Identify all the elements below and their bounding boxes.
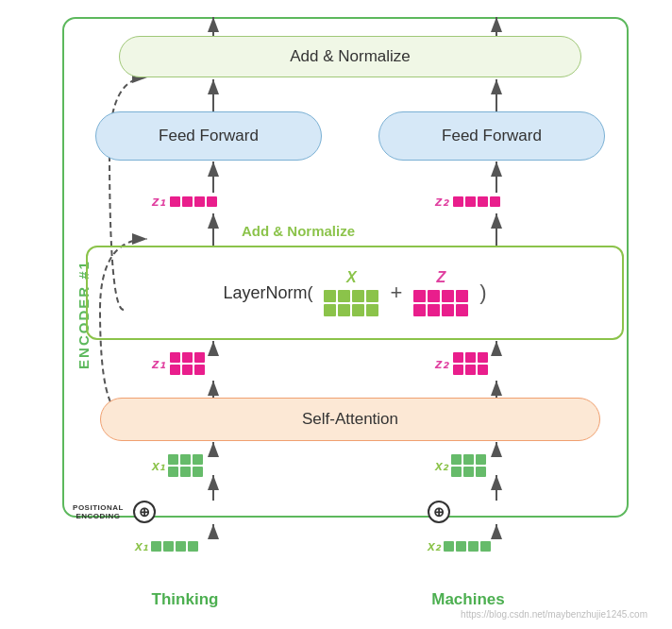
cell [465, 196, 476, 207]
x2-sa-row1 [451, 454, 486, 465]
cell [468, 541, 479, 552]
cell [451, 454, 462, 465]
cell [180, 454, 191, 465]
z2-pink-grid [453, 196, 500, 207]
cell [338, 304, 350, 316]
z1-input-grid [170, 352, 205, 375]
cell [428, 290, 440, 302]
x2-bottom-label: x₂ [428, 538, 441, 553]
x1-bottom-area: x₁ [135, 538, 198, 553]
z1-in-row1 [170, 352, 205, 363]
cell [413, 290, 426, 302]
cell [453, 352, 463, 363]
x1-sa-row2 [168, 467, 203, 477]
x1-sa-row1 [168, 454, 203, 465]
x-label: X [346, 269, 357, 286]
x1-bottom-label: x₁ [135, 538, 148, 553]
x2-bottom-grid [444, 541, 491, 552]
cell [193, 454, 203, 465]
cell [182, 196, 193, 207]
x2-bottom-area: x₂ [428, 538, 491, 553]
cell [456, 290, 468, 302]
cell [194, 352, 205, 363]
add-normalize-outer: Add & Normalize [119, 36, 581, 77]
cell [442, 304, 454, 316]
x-grid [324, 290, 378, 316]
feed-forward-left-label: Feed Forward [159, 127, 259, 145]
cell [465, 365, 476, 375]
cell [366, 290, 378, 302]
z1-pink-grid [170, 196, 217, 207]
cell [463, 467, 474, 477]
cell [456, 541, 466, 552]
cell [324, 304, 336, 316]
cell [151, 541, 161, 552]
layer-norm-text: LayerNorm( [223, 283, 312, 303]
cell [194, 196, 205, 207]
pos-enc-circle-left: ⊕ [133, 501, 156, 523]
z2-row1 [453, 196, 500, 207]
x2-sa-grid [451, 454, 486, 477]
cell [207, 196, 217, 207]
x2-sa-label: x₂ [435, 458, 448, 473]
add-normalize-outer-label: Add & Normalize [290, 47, 411, 66]
cell [188, 541, 198, 552]
z1-input-area: z₁ [152, 352, 205, 375]
z2-input-grid [453, 352, 488, 375]
cell [442, 290, 454, 302]
cell [428, 304, 440, 316]
z2-output-area: z₂ [435, 193, 500, 210]
x1-sa-input-area: x₁ [152, 454, 203, 477]
cell [480, 541, 491, 552]
x2-sa-row2 [451, 467, 486, 477]
cell [193, 467, 203, 477]
z-grid [413, 290, 468, 316]
x1-sa-label: x₁ [152, 458, 165, 473]
cell [451, 467, 462, 477]
cell [453, 365, 463, 375]
cell [476, 454, 486, 465]
self-attention-label: Self-Attention [302, 410, 398, 429]
cell [168, 467, 178, 477]
feed-forward-right-label: Feed Forward [442, 127, 542, 145]
z2-output-label: z₂ [435, 193, 448, 210]
x-grid-group: X [324, 269, 378, 316]
diagram-container: ENCODER #1 [15, 8, 657, 621]
z1-in-row2 [170, 365, 205, 375]
cell [170, 352, 180, 363]
watermark: https://blog.csdn.net/maybenzhujie1245.c… [461, 609, 647, 620]
z1-output-label: z₁ [152, 193, 165, 210]
cell [182, 352, 193, 363]
z2-input-label: z₂ [435, 355, 448, 372]
x2-sa-input-area: x₂ [435, 454, 486, 477]
word-machines: Machines [393, 590, 544, 609]
cell [413, 304, 426, 316]
x1-sa-grid [168, 454, 203, 477]
cell [478, 352, 488, 363]
positional-encoding-label: POSITIONAL ENCODING [70, 503, 126, 520]
word-thinking: Thinking [109, 590, 260, 609]
cell [176, 541, 186, 552]
x1-bottom-grid [151, 541, 198, 552]
layer-norm-box: LayerNorm( X + Z [86, 246, 624, 340]
plus-sign: + [390, 280, 402, 305]
pos-enc-circle-right: ⊕ [428, 501, 450, 523]
feed-forward-right: Feed Forward [378, 111, 605, 161]
cell [324, 290, 336, 302]
cell [478, 365, 488, 375]
feed-forward-left: Feed Forward [95, 111, 322, 161]
z-label: Z [436, 269, 445, 286]
z2-in-row2 [453, 365, 488, 375]
cell [352, 304, 364, 316]
x2-b-row1 [444, 541, 491, 552]
cell [478, 196, 488, 207]
add-normalize-inner-label: Add & Normalize [204, 223, 393, 239]
cell [366, 304, 378, 316]
cell [182, 365, 193, 375]
cell [338, 290, 350, 302]
z-grid-group: Z [413, 269, 468, 316]
cell [490, 196, 500, 207]
cell [463, 454, 474, 465]
pos-enc-right: ⊕ [428, 501, 450, 523]
layer-norm-content: LayerNorm( X + Z [223, 269, 486, 316]
